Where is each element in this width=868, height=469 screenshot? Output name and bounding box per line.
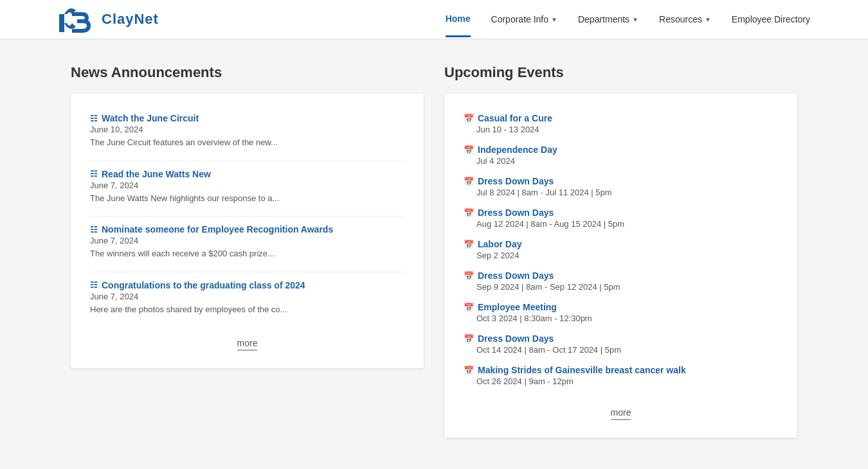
news-item-title-4[interactable]: ☷ Congratulations to the graduating clas… xyxy=(90,280,404,290)
chevron-down-icon: ▼ xyxy=(705,16,711,23)
event-title-7[interactable]: 📅 Employee Meeting xyxy=(464,302,778,312)
list-item: 📅 Dress Down Days Sep 9 2024 | 8am - Sep… xyxy=(464,270,778,292)
event-title-2[interactable]: 📅 Independence Day xyxy=(464,145,778,155)
nav-departments[interactable]: Departments ▼ xyxy=(578,3,638,36)
news-item-title-3[interactable]: ☷ Nominate someone for Employee Recognit… xyxy=(90,224,404,234)
event-date-1: Jun 10 - 13 2024 xyxy=(464,125,778,134)
event-title-5[interactable]: 📅 Labor Day xyxy=(464,239,778,249)
news-desc-1: The June Circuit features an overview of… xyxy=(90,136,404,149)
news-card: ☷ Watch the June Circuit June 10, 2024 T… xyxy=(71,94,424,368)
event-title-4[interactable]: 📅 Dress Down Days xyxy=(464,208,778,218)
list-item: 📅 Independence Day Jul 4 2024 xyxy=(464,145,778,166)
event-date-5: Sep 2 2024 xyxy=(464,251,778,260)
event-title-6[interactable]: 📅 Dress Down Days xyxy=(464,270,778,281)
calendar-icon: 📅 xyxy=(464,240,474,249)
news-date-4: June 7, 2024 xyxy=(90,292,404,301)
chevron-down-icon: ▼ xyxy=(632,16,638,23)
list-item: ☷ Watch the June Circuit June 10, 2024 T… xyxy=(90,113,404,149)
event-date-8: Oct 14 2024 | 8am - Oct 17 2024 | 5pm xyxy=(464,345,778,355)
event-date-3: Jul 8 2024 | 8am - Jul 11 2024 | 5pm xyxy=(464,188,778,197)
event-date-7: Oct 3 2024 | 8:30am - 12:30pm xyxy=(464,314,778,323)
news-desc-2: The June Watts New highlights our respon… xyxy=(90,192,404,205)
list-item: 📅 Employee Meeting Oct 3 2024 | 8:30am -… xyxy=(464,302,778,323)
calendar-icon: 📅 xyxy=(464,366,474,375)
list-item: 📅 Making Strides of Gainesville breast c… xyxy=(464,365,778,386)
document-icon: ☷ xyxy=(90,114,98,123)
events-section: Upcoming Events 📅 Casual for a Cure Jun … xyxy=(444,64,797,438)
news-date-3: June 7, 2024 xyxy=(90,236,404,245)
document-icon: ☷ xyxy=(90,225,98,234)
news-more-link[interactable]: more xyxy=(90,327,404,349)
calendar-icon: 📅 xyxy=(464,334,474,344)
calendar-icon: 📅 xyxy=(464,208,474,218)
news-section: News Announcements ☷ Watch the June Circ… xyxy=(71,64,424,438)
header: ClayNet Home Corporate Info ▼ Department… xyxy=(0,0,868,39)
news-item-title-1[interactable]: ☷ Watch the June Circuit xyxy=(90,113,404,123)
news-date-1: June 10, 2024 xyxy=(90,125,404,134)
news-date-2: June 7, 2024 xyxy=(90,181,404,190)
list-item: 📅 Dress Down Days Jul 8 2024 | 8am - Jul… xyxy=(464,176,778,197)
nav-employee-directory[interactable]: Employee Directory xyxy=(732,3,810,36)
calendar-icon: 📅 xyxy=(464,271,474,281)
list-item: 📅 Dress Down Days Oct 14 2024 | 8am - Oc… xyxy=(464,333,778,355)
event-date-2: Jul 4 2024 xyxy=(464,156,778,166)
event-date-6: Sep 9 2024 | 8am - Sep 12 2024 | 5pm xyxy=(464,282,778,292)
event-date-4: Aug 12 2024 | 8am - Aug 15 2024 | 5pm xyxy=(464,219,778,229)
event-title-1[interactable]: 📅 Casual for a Cure xyxy=(464,113,778,123)
list-item: 📅 Labor Day Sep 2 2024 xyxy=(464,239,778,260)
logo-text: ClayNet xyxy=(102,11,159,28)
list-item: ☷ Nominate someone for Employee Recognit… xyxy=(90,224,404,260)
logo-icon xyxy=(58,5,96,34)
calendar-icon: 📅 xyxy=(464,114,474,123)
list-item: ☷ Congratulations to the graduating clas… xyxy=(90,280,404,316)
nav-resources[interactable]: Resources ▼ xyxy=(659,3,711,36)
svg-rect-0 xyxy=(59,14,64,32)
events-more-link[interactable]: more xyxy=(464,396,778,418)
events-card: 📅 Casual for a Cure Jun 10 - 13 2024 📅 I… xyxy=(444,94,797,438)
event-title-9[interactable]: 📅 Making Strides of Gainesville breast c… xyxy=(464,365,778,375)
calendar-icon: 📅 xyxy=(464,303,474,312)
list-item: 📅 Dress Down Days Aug 12 2024 | 8am - Au… xyxy=(464,208,778,229)
event-date-9: Oct 26 2024 | 9am - 12pm xyxy=(464,376,778,386)
news-desc-4: Here are the photos shared by employees … xyxy=(90,303,404,316)
news-item-title-2[interactable]: ☷ Read the June Watts New xyxy=(90,169,404,179)
chevron-down-icon: ▼ xyxy=(551,16,557,23)
news-desc-3: The winners will each receive a $200 cas… xyxy=(90,247,404,260)
calendar-icon: 📅 xyxy=(464,145,474,155)
list-item: 📅 Casual for a Cure Jun 10 - 13 2024 xyxy=(464,113,778,134)
list-item: ☷ Read the June Watts New June 7, 2024 T… xyxy=(90,169,404,205)
main-content: News Announcements ☷ Watch the June Circ… xyxy=(58,39,810,463)
events-title: Upcoming Events xyxy=(444,64,797,81)
document-icon: ☷ xyxy=(90,280,98,290)
news-title: News Announcements xyxy=(71,64,424,81)
nav-home[interactable]: Home xyxy=(446,2,471,37)
document-icon: ☷ xyxy=(90,169,98,179)
logo-area: ClayNet xyxy=(58,5,159,34)
nav: Home Corporate Info ▼ Departments ▼ Reso… xyxy=(446,2,810,37)
event-title-8[interactable]: 📅 Dress Down Days xyxy=(464,333,778,344)
calendar-icon: 📅 xyxy=(464,177,474,186)
event-title-3[interactable]: 📅 Dress Down Days xyxy=(464,176,778,186)
nav-corporate-info[interactable]: Corporate Info ▼ xyxy=(491,3,557,36)
